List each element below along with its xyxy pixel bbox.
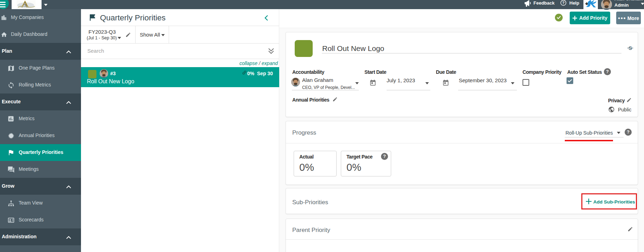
svg-text:?: ? xyxy=(562,1,564,5)
